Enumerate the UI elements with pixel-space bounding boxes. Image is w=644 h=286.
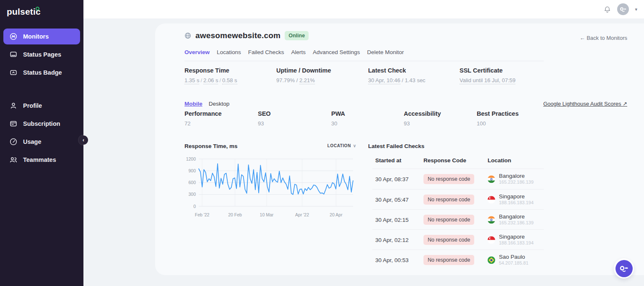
india-flag-icon <box>488 175 495 183</box>
response-time-max[interactable]: 2.06 s <box>203 77 218 84</box>
svg-text:10 Mar: 10 Mar <box>260 212 274 217</box>
mascot-face-icon <box>618 4 628 14</box>
svg-text:900: 900 <box>188 168 196 173</box>
check-time: 30 Apr, 05:47 <box>375 197 409 203</box>
brazil-flag-icon <box>488 256 495 264</box>
people-icon <box>9 156 18 164</box>
sidebar-item-usage[interactable]: Usage <box>3 134 80 150</box>
stat-latest-check: Latest Check 30 Apr, 10:46 / 1.43 sec <box>368 67 456 83</box>
stat-label: SSL Certificate <box>460 67 548 74</box>
mascot-face-icon <box>615 260 633 277</box>
response-code-badge: No response code <box>423 195 474 205</box>
svg-text:300: 300 <box>188 192 196 197</box>
stat-value: 30 Apr, 10:46 / 1.43 sec <box>368 77 456 83</box>
location-city: Singapore <box>499 234 534 240</box>
tab-overview[interactable]: Overview <box>184 49 210 55</box>
failed-checks-title: Latest Failed Checks <box>368 143 544 149</box>
tab-advanced-settings[interactable]: Advanced Settings <box>313 49 360 55</box>
score-label: PWA <box>331 110 345 117</box>
score-value: 100 <box>477 120 519 127</box>
singapore-flag-icon <box>488 236 495 244</box>
user-avatar[interactable] <box>617 3 629 15</box>
sidebar-item-label: Profile <box>23 102 42 109</box>
tab-alerts[interactable]: Alerts <box>291 49 306 55</box>
response-code-badge: No response code <box>423 174 474 184</box>
response-code-badge: No response code <box>423 255 474 265</box>
tab-failed-checks[interactable]: Failed Checks <box>248 49 284 55</box>
chat-widget-button[interactable] <box>614 258 634 278</box>
sidebar-item-teammates[interactable]: Teammates <box>3 152 80 168</box>
check-location: Bangalore 165.232.186.139 <box>488 173 534 185</box>
check-location: Bangalore 165.232.186.139 <box>488 213 534 226</box>
score-label: Best Practices <box>477 110 519 117</box>
back-to-monitors-link[interactable]: ← Back to Monitors <box>580 35 627 41</box>
pulsetic-logo[interactable]: pulsetic <box>7 7 83 17</box>
sidebar-collapse-button[interactable]: ‹ <box>79 135 88 145</box>
account-menu-chevron-down-icon[interactable]: ▾ <box>635 7 637 12</box>
latest-failed-checks-section: Latest Failed Checks Started at Response… <box>368 143 544 281</box>
main-content: awesomewebsite.com Online ← Back to Moni… <box>83 18 644 286</box>
sidebar-item-profile[interactable]: Profile <box>3 98 80 114</box>
failed-check-row[interactable]: 30 Apr, 08:37 No response code Bangalore… <box>368 169 544 189</box>
sidebar-item-status-pages[interactable]: Status Pages <box>3 47 80 62</box>
failed-check-row[interactable]: 30 Apr, 02:12 No response code Singapore… <box>368 230 544 250</box>
svg-text:20 Feb: 20 Feb <box>228 212 242 217</box>
score-value: 30 <box>331 120 345 127</box>
pulsetic-monitor-overview-page: pulsetic Monitors Status Pages <box>0 0 644 286</box>
sidebar: pulsetic Monitors Status Pages <box>0 0 83 286</box>
device-tab-desktop[interactable]: Desktop <box>209 101 230 107</box>
notifications-bell-icon[interactable] <box>603 5 611 13</box>
location-filter-label: LOCATION <box>327 143 351 148</box>
tab-locations[interactable]: Locations <box>217 49 241 55</box>
response-time-avg[interactable]: 1.35 s <box>184 77 199 84</box>
score-value: 72 <box>184 120 222 127</box>
gauge-icon <box>9 138 18 146</box>
browser-icon <box>9 50 18 59</box>
location-ip: 165.232.186.139 <box>499 220 534 226</box>
score-seo: SEO 93 <box>258 110 271 127</box>
stat-ssl-certificate: SSL Certificate Valid until 16 Jul, 07:5… <box>460 67 548 83</box>
failed-check-row[interactable]: 30 Apr, 00:53 No response code Sao Paulo… <box>368 250 544 270</box>
column-response-code: Response Code <box>423 157 466 164</box>
ssl-validity[interactable]: Valid until 16 Jul, 07:59 <box>460 77 515 84</box>
sidebar-item-monitors[interactable]: Monitors <box>3 29 80 44</box>
score-value: 93 <box>258 120 271 127</box>
location-city: Singapore <box>499 193 534 200</box>
tabs-divider <box>184 61 544 61</box>
separator: / <box>199 77 203 83</box>
sidebar-item-status-badge[interactable]: Status Badge <box>3 65 80 81</box>
device-tab-mobile[interactable]: Mobile <box>184 101 203 107</box>
monitor-header: awesomewebsite.com Online <box>184 31 309 40</box>
svg-text:1200: 1200 <box>186 156 196 161</box>
singapore-flag-icon <box>488 196 495 203</box>
sidebar-item-subscription[interactable]: Subscription <box>3 116 80 132</box>
latest-check-time[interactable]: 30 Apr, 10:46 <box>368 77 400 84</box>
sidebar-item-label: Teammates <box>23 156 56 163</box>
site-favicon-globe-icon <box>184 32 191 39</box>
monitor-tabs: Overview Locations Failed Checks Alerts … <box>184 49 404 55</box>
stat-value: Valid until 16 Jul, 07:59 <box>460 77 548 83</box>
chevron-down-icon: ∨ <box>353 143 356 148</box>
svg-text:Apr '22: Apr '22 <box>295 212 309 217</box>
score-accessibility: Accessibility 93 <box>404 110 441 127</box>
location-filter-dropdown[interactable]: LOCATION ∨ <box>327 143 356 148</box>
failed-check-row[interactable]: 30 Apr, 05:47 No response code Singapore… <box>368 190 544 210</box>
score-label: Performance <box>184 110 222 117</box>
person-icon <box>9 101 18 110</box>
topbar-actions: ▾ <box>603 0 637 18</box>
response-time-min[interactable]: 0.58 s <box>222 77 237 84</box>
location-ip: 188.166.183.194 <box>499 200 534 206</box>
score-best-practices: Best Practices 100 <box>477 110 519 127</box>
failed-check-row[interactable]: 30 Apr, 02:15 No response code Bangalore… <box>368 210 544 230</box>
latest-check-duration: / 1.43 sec <box>402 77 425 83</box>
score-label: Accessibility <box>404 110 441 117</box>
location-ip: 165.232.186.139 <box>499 179 534 185</box>
response-time-line-chart: Feb '2220 Feb10 MarApr '2220 Apr03006009… <box>184 155 357 218</box>
column-location: Location <box>488 157 511 164</box>
google-lighthouse-link[interactable]: Google Lighthouse Audit Scores ↗ <box>543 101 627 107</box>
check-time: 30 Apr, 00:53 <box>375 257 409 263</box>
downtime-value[interactable]: 2.21% <box>299 77 315 84</box>
tab-delete-monitor[interactable]: Delete Monitor <box>367 49 404 55</box>
check-time: 30 Apr, 08:37 <box>375 176 409 182</box>
badge-arrow-icon <box>9 68 18 77</box>
